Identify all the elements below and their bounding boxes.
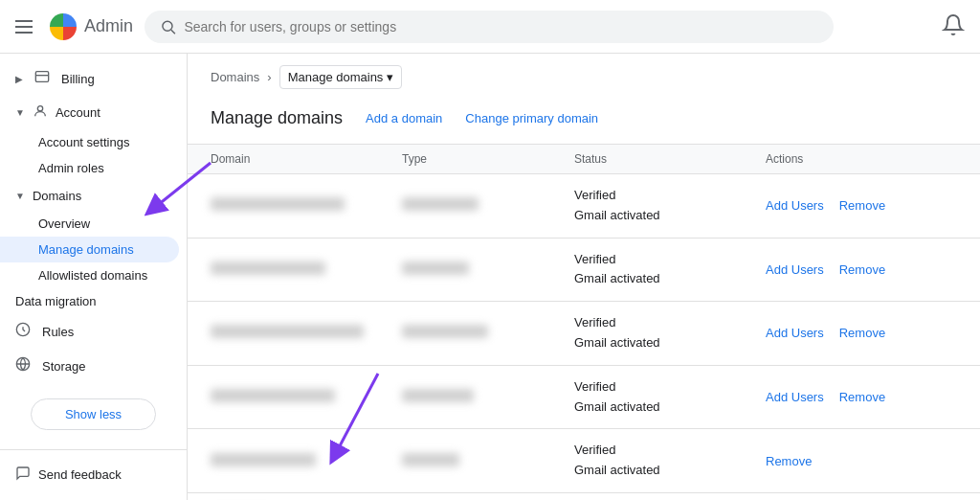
domains-label: Domains: [33, 189, 81, 203]
actions-cell: Add Users Remove: [766, 198, 957, 213]
status-line2: Gmail activated: [574, 461, 766, 481]
type-cell: [402, 325, 574, 341]
type-cell: [402, 261, 574, 278]
sidebar-item-overview[interactable]: Overview: [0, 211, 179, 237]
status-line2: Gmail activated: [574, 398, 766, 418]
actions-cell: Add Users Remove: [766, 262, 957, 277]
remove-link[interactable]: Remove: [839, 326, 885, 340]
table-row: Verified Gmail activated Add Users Remov…: [188, 302, 980, 366]
table-header: Domain Type Status Actions: [188, 145, 980, 174]
layout: ▶ Billing ▼ Account Account settings Adm…: [0, 54, 980, 500]
sidebar-item-allowlisted-domains[interactable]: Allowlisted domains: [0, 262, 179, 288]
status-cell: Verified Gmail activated: [574, 313, 766, 353]
account-icon: [33, 103, 48, 122]
sidebar-item-data-migration[interactable]: Data migration: [0, 288, 179, 314]
billing-label: Billing: [61, 72, 95, 86]
add-users-link[interactable]: Add Users: [766, 390, 824, 404]
domain-cell: [211, 389, 402, 405]
table-row: Verified Gmail activated Add Users Remov…: [188, 174, 980, 239]
billing-icon: [34, 69, 50, 88]
svg-point-0: [163, 21, 172, 31]
svg-point-4: [37, 106, 42, 111]
remove-link[interactable]: Remove: [839, 262, 885, 277]
col-actions: Actions: [766, 152, 957, 166]
sidebar-item-account-settings[interactable]: Account settings: [0, 129, 179, 155]
search-icon: [160, 18, 176, 35]
rules-icon: [15, 322, 31, 341]
table-row: Verified Gmail activated Remove: [188, 429, 980, 493]
rules-label: Rules: [42, 325, 74, 339]
remove-link[interactable]: Remove: [766, 454, 812, 468]
remove-link[interactable]: Remove: [839, 390, 885, 404]
status-line1: Verified: [574, 250, 766, 270]
status-line2: Gmail activated: [574, 206, 766, 226]
breadcrumb-current[interactable]: Manage domains ▾: [279, 65, 403, 89]
breadcrumb-parent[interactable]: Domains: [211, 70, 259, 84]
storage-icon: [15, 356, 31, 375]
type-cell: [402, 453, 574, 469]
status-line1: Verified: [574, 377, 766, 398]
app-logo: Admin: [50, 13, 133, 40]
search-bar[interactable]: [145, 11, 834, 43]
type-cell: [402, 389, 574, 405]
type-cell: [402, 197, 574, 214]
sidebar-item-rules[interactable]: Rules: [0, 314, 179, 349]
status-cell: Verified Gmail activated: [574, 377, 766, 418]
remove-link[interactable]: Remove: [839, 198, 885, 213]
overview-label: Overview: [38, 216, 90, 231]
show-less-container: Show less: [0, 383, 187, 445]
table-row: Verified Gmail activated Add Users Remov…: [188, 239, 980, 303]
col-domain: Domain: [211, 152, 402, 166]
billing-expand-icon: ▶: [15, 74, 23, 84]
google-logo-icon: [50, 13, 77, 40]
allowlisted-domains-label: Allowlisted domains: [38, 268, 147, 283]
sidebar-item-domains-parent[interactable]: ▼ Domains: [0, 181, 187, 211]
page-title: Manage domains: [211, 108, 343, 128]
admin-roles-label: Admin roles: [38, 161, 104, 175]
account-settings-label: Account settings: [38, 135, 129, 149]
menu-icon[interactable]: [15, 15, 38, 38]
status-cell: Verified Gmail activated: [574, 186, 766, 226]
breadcrumb-dropdown-icon: ▾: [387, 70, 393, 84]
sidebar: ▶ Billing ▼ Account Account settings Adm…: [0, 54, 188, 500]
domain-cell: [211, 453, 402, 469]
col-type: Type: [402, 152, 574, 166]
show-less-button[interactable]: Show less: [31, 398, 156, 430]
sidebar-item-storage[interactable]: Storage: [0, 349, 179, 383]
sidebar-item-billing[interactable]: ▶ Billing: [0, 61, 179, 96]
add-domain-link[interactable]: Add a domain: [366, 111, 442, 125]
domain-cell: [211, 197, 402, 214]
status-line1: Verified: [574, 186, 766, 206]
main-content: Domains › Manage domains ▾ Manage domain…: [188, 54, 980, 500]
sidebar-item-account[interactable]: ▼ Account: [0, 96, 187, 129]
feedback-icon: [15, 466, 31, 484]
domain-cell: [211, 325, 402, 341]
topbar-right: [942, 13, 965, 39]
sidebar-divider: [0, 449, 187, 450]
actions-cell: Add Users Remove: [766, 390, 957, 404]
sidebar-item-manage-domains[interactable]: Manage domains: [0, 237, 179, 262]
sidebar-item-admin-roles[interactable]: Admin roles: [0, 155, 179, 181]
add-users-link[interactable]: Add Users: [766, 326, 824, 340]
add-users-link[interactable]: Add Users: [766, 262, 824, 277]
search-input[interactable]: [184, 19, 818, 34]
status-line1: Verified: [574, 441, 766, 461]
col-status: Status: [574, 152, 766, 166]
data-migration-label: Data migration: [15, 294, 97, 308]
app-title: Admin: [84, 16, 133, 36]
breadcrumb-separator: ›: [267, 70, 271, 84]
page-header: Manage domains Add a domain Change prima…: [188, 101, 980, 145]
status-cell: Verified Gmail activated: [574, 250, 766, 290]
table-row: xxxxxxxxxx.com.test-google-a.com Test do…: [188, 493, 980, 500]
bell-icon[interactable]: [942, 13, 965, 36]
actions-cell: Remove: [766, 454, 957, 468]
send-feedback-button[interactable]: Send feedback: [0, 458, 187, 491]
domains-expand-icon: ▼: [15, 191, 25, 201]
svg-line-1: [171, 30, 175, 34]
sidebar-footer: © 2022 Google Inc. Terms of service · Bi…: [0, 491, 187, 500]
topbar: Admin: [0, 0, 980, 54]
add-users-link[interactable]: Add Users: [766, 198, 824, 213]
change-primary-domain-link[interactable]: Change primary domain: [465, 111, 598, 125]
storage-label: Storage: [42, 359, 86, 374]
send-feedback-label: Send feedback: [38, 467, 122, 482]
